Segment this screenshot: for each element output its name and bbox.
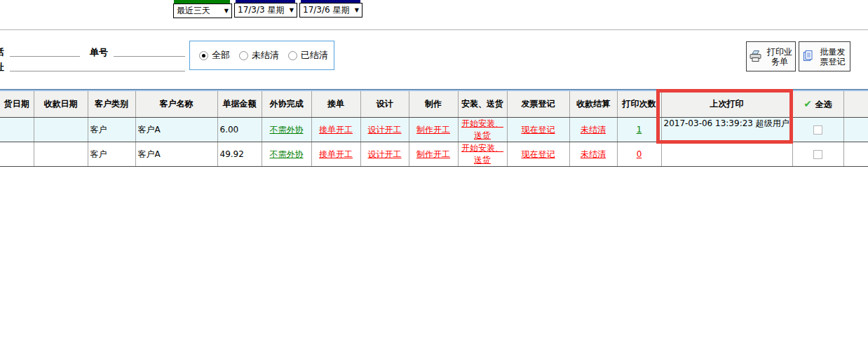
action-link-payment-settlement[interactable]: 未结清 <box>581 149 606 159</box>
action-link-invoice-registration[interactable]: 现在登记 <box>522 125 555 135</box>
radio-icon <box>288 51 297 60</box>
column-header-outsourcing-status: 外协完成 <box>262 91 311 118</box>
cell-spacer <box>843 118 868 142</box>
column-header-invoice-registration: 发票登记 <box>507 91 569 118</box>
action-link-outsourcing-status[interactable]: 不需外协 <box>270 149 304 159</box>
column-header-amount: 单据金额 <box>217 91 262 118</box>
cell-amount: 6.00 <box>217 118 262 142</box>
cell-payment-date <box>34 118 88 142</box>
cell-select-all <box>792 118 843 142</box>
address-label: 址 <box>0 61 4 74</box>
action-link-install-delivery[interactable]: 开始安装、送货 <box>461 118 503 140</box>
cell-last-print: 2017-03-06 13:39:23 超级用户 <box>661 118 792 142</box>
orders-table: 货日期收款日期客户类别客户名称单据金额外协完成接单设计制作安装、送货发票登记收款… <box>0 89 868 167</box>
column-header-select-all: ✔全选 <box>792 91 843 118</box>
batch-invoice-register-label: 批量发票登记 <box>818 47 848 67</box>
action-link-invoice-registration[interactable]: 现在登记 <box>522 149 555 159</box>
action-link-order-intake[interactable]: 接单开工 <box>319 125 353 135</box>
date-range-dropdown[interactable]: 最近三天 ▼ <box>173 4 232 18</box>
cell-customer-type: 客户 <box>88 142 135 167</box>
address-input[interactable] <box>10 60 185 71</box>
table-row: 客户客户A49.92不需外协接单开工设计开工制作开工开始安装、送货现在登记未结清… <box>0 142 868 167</box>
action-link-outsourcing-status[interactable]: 不需外协 <box>270 125 304 135</box>
section-divider <box>0 29 868 30</box>
phone-label: 话 <box>0 46 4 59</box>
cell-select-all <box>792 142 843 167</box>
cell-print-count: 1 <box>617 118 661 142</box>
table-row: 客户客户A6.00不需外协接单开工设计开工制作开工开始安装、送货现在登记未结清1… <box>0 118 868 142</box>
radio-unsettled[interactable]: 未结清 <box>239 49 279 62</box>
action-link-install-delivery[interactable]: 开始安装、送货 <box>461 143 503 165</box>
column-header-payment-date: 收款日期 <box>34 91 88 118</box>
end-date-dropdown[interactable]: 17/3/6 星期 ▼ <box>299 3 362 18</box>
column-header-order-intake: 接单 <box>311 91 360 118</box>
radio-icon <box>239 51 248 60</box>
column-header-last-print: 上次打印 <box>661 91 792 118</box>
start-date-dropdown[interactable]: 17/3/3 星期 ▼ <box>234 3 297 18</box>
cell-delivery-date <box>0 118 34 142</box>
cell-customer-type: 客户 <box>88 118 135 142</box>
cell-order-intake: 接单开工 <box>311 118 360 142</box>
order-management-screen: 最近三天 ▼ 17/3/3 星期 ▼ 17/3/6 星期 ▼ 话 单号 址 全部… <box>0 0 868 349</box>
settlement-filter-group: 全部 未结清 已结清 <box>189 41 334 70</box>
cell-invoice-registration: 现在登记 <box>507 142 569 167</box>
documents-icon <box>802 48 816 64</box>
radio-unsettled-label: 未结清 <box>252 49 279 62</box>
print-business-order-button[interactable]: 打印业务单 <box>746 41 796 71</box>
cell-amount: 49.92 <box>217 142 262 167</box>
cell-spacer <box>843 142 868 167</box>
action-link-production[interactable]: 制作开工 <box>416 125 450 135</box>
action-link-design[interactable]: 设计开工 <box>368 149 402 159</box>
end-date-value: 17/3/6 星期 <box>303 4 349 16</box>
column-header-customer-name: 客户名称 <box>135 91 217 118</box>
cell-order-intake: 接单开工 <box>311 142 360 167</box>
radio-icon <box>199 51 208 60</box>
order-no-input[interactable] <box>114 45 185 57</box>
cell-outsourcing-status: 不需外协 <box>262 142 311 167</box>
cell-design: 设计开工 <box>360 142 409 167</box>
action-link-payment-settlement[interactable]: 未结清 <box>581 125 606 135</box>
cell-design: 设计开工 <box>360 118 409 142</box>
column-header-production: 制作 <box>409 91 458 118</box>
radio-all-label: 全部 <box>212 49 230 62</box>
row-checkbox[interactable] <box>813 125 822 135</box>
action-link-print-count[interactable]: 1 <box>637 125 642 135</box>
cell-print-count: 0 <box>617 142 661 167</box>
column-header-design: 设计 <box>360 91 409 118</box>
printer-icon <box>748 48 764 64</box>
radio-all[interactable]: 全部 <box>199 49 230 62</box>
radio-settled[interactable]: 已结清 <box>288 49 328 62</box>
cell-customer-name: 客户A <box>135 118 217 142</box>
action-link-design[interactable]: 设计开工 <box>368 125 402 135</box>
cell-install-delivery: 开始安装、送货 <box>458 142 507 167</box>
cell-outsourcing-status: 不需外协 <box>262 118 311 142</box>
cell-invoice-registration: 现在登记 <box>507 118 569 142</box>
cell-production: 制作开工 <box>409 118 458 142</box>
print-business-order-label: 打印业务单 <box>766 47 794 67</box>
cell-last-print <box>661 142 792 167</box>
action-link-order-intake[interactable]: 接单开工 <box>319 149 353 159</box>
action-link-print-count[interactable]: 0 <box>637 149 642 159</box>
cell-delivery-date <box>0 142 34 167</box>
order-no-label: 单号 <box>90 46 108 59</box>
chevron-down-icon: ▼ <box>355 7 359 13</box>
radio-settled-label: 已结清 <box>301 49 328 62</box>
chevron-down-icon: ▼ <box>224 8 229 14</box>
cell-production: 制作开工 <box>409 142 458 167</box>
column-header-print-count: 打印次数 <box>617 91 661 118</box>
column-header-spacer <box>843 91 868 118</box>
column-header-customer-type: 客户类别 <box>88 91 135 118</box>
date-range-value: 最近三天 <box>177 5 210 17</box>
start-date-value: 17/3/3 星期 <box>238 4 284 16</box>
batch-invoice-register-button[interactable]: 批量发票登记 <box>799 41 850 71</box>
cell-payment-date <box>34 142 88 167</box>
action-link-production[interactable]: 制作开工 <box>416 149 450 159</box>
chevron-down-icon: ▼ <box>290 7 294 13</box>
cell-install-delivery: 开始安装、送货 <box>458 118 507 142</box>
row-checkbox[interactable] <box>813 150 822 159</box>
column-header-install-delivery: 安装、送货 <box>458 91 507 118</box>
table-header-row: 货日期收款日期客户类别客户名称单据金额外协完成接单设计制作安装、送货发票登记收款… <box>0 91 868 118</box>
phone-input[interactable] <box>10 45 80 57</box>
cell-payment-settlement: 未结清 <box>569 118 617 142</box>
column-header-delivery-date: 货日期 <box>0 91 34 118</box>
